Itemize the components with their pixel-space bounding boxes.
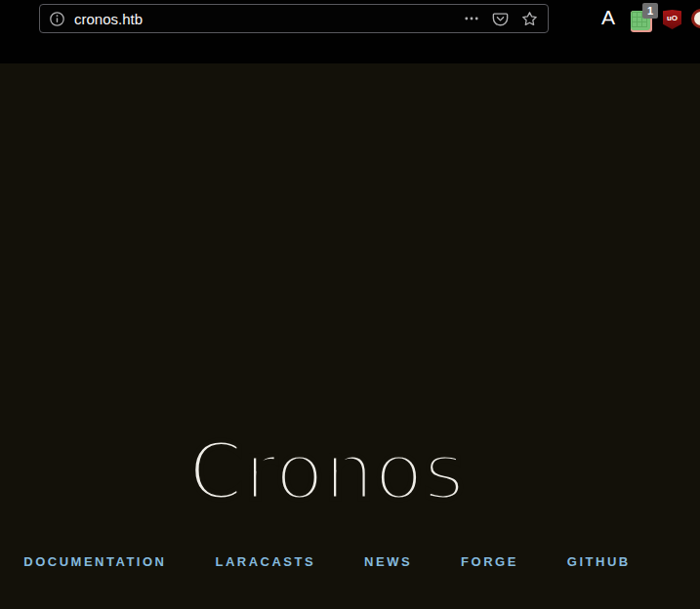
page-viewport: Cronos DOCUMENTATION LARACASTS NEWS FORG…	[0, 63, 700, 609]
ublock-label: uO	[663, 14, 681, 22]
extension-a-icon[interactable]: A	[598, 6, 618, 29]
url-bar[interactable]: cronos.htb	[39, 4, 549, 33]
link-forge[interactable]: FORGE	[461, 554, 518, 569]
pocket-icon[interactable]	[492, 11, 509, 27]
link-documentation[interactable]: DOCUMENTATION	[23, 554, 166, 569]
urlbar-actions	[464, 11, 548, 27]
link-laracasts[interactable]: LARACASTS	[215, 554, 315, 569]
ublock-origin-icon[interactable]: uO	[663, 10, 681, 29]
nav-links: DOCUMENTATION LARACASTS NEWS FORGE GITHU…	[0, 554, 654, 569]
page-content: Cronos DOCUMENTATION LARACASTS NEWS FORG…	[0, 63, 654, 609]
url-text[interactable]: cronos.htb	[74, 11, 143, 27]
link-github[interactable]: GITHUB	[567, 554, 631, 569]
browser-toolbar: cronos.htb	[0, 0, 700, 63]
bookmark-star-icon[interactable]	[521, 11, 538, 27]
site-info-icon[interactable]	[49, 11, 65, 27]
browser-window: cronos.htb	[0, 0, 700, 609]
link-news[interactable]: NEWS	[364, 554, 412, 569]
page-actions-icon[interactable]	[464, 11, 479, 26]
page-title: Cronos	[0, 433, 654, 511]
clipped-extension-icon[interactable]	[691, 9, 700, 28]
extension-badge: 1	[642, 3, 658, 19]
